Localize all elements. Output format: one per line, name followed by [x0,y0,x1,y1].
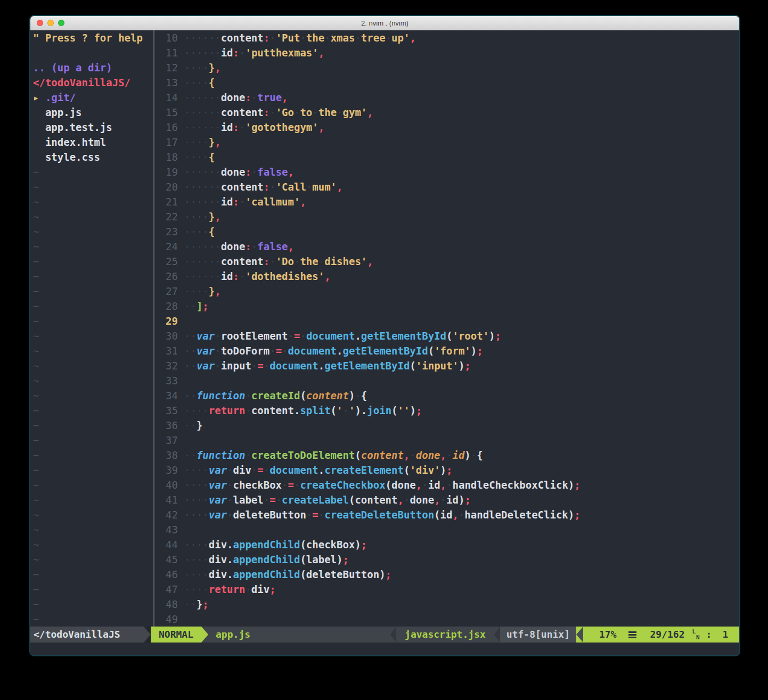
line-number: 11 [160,45,178,60]
empty-buffer-tilde: ~ [33,597,151,612]
line-number: 39 [160,463,178,477]
empty-buffer-tilde: ~ [33,477,151,492]
tree-item-git[interactable]: ▸ .git/ [33,90,151,105]
code-line[interactable]: 38··function·createToDoElement(content,·… [160,448,739,463]
minimize-button-icon[interactable] [47,20,54,26]
tree-item-app-test-js[interactable]: app.test.js [33,120,151,135]
empty-buffer-tilde: ~ [33,403,151,418]
empty-buffer-tilde: ~ [33,507,151,522]
powerline-arrow-icon [494,627,500,643]
code-line[interactable]: 11······id:·'putthexmas', [160,45,739,60]
nerdtree-sidebar[interactable]: " Press ? for help.. (up a dir)</todoVan… [30,30,151,627]
code-line[interactable]: 24······done:·false, [160,239,739,254]
code-line[interactable]: 10······content:·'Put·the·xmas·tree·up', [160,30,739,45]
code-line[interactable]: 13····{ [160,75,739,90]
line-number-icon: LN [692,629,700,640]
line-number: 30 [160,328,178,343]
empty-buffer-tilde: ~ [33,269,151,284]
code-line[interactable]: 25······content:·'Do·the·dishes', [160,254,739,269]
code-line[interactable]: 16······id:·'gotothegym', [160,120,739,135]
code-line[interactable]: 27····}, [160,284,739,299]
terminal-window: 2. nvim . (nvim) " Press ? for help.. (u… [30,16,739,655]
line-number: 25 [160,254,178,269]
empty-buffer-tilde: ~ [33,463,151,477]
cursor-column: 1 [722,627,728,643]
line-number: 48 [160,597,178,612]
code-line[interactable]: 40····var·checkBox·=·createCheckbox(done… [160,477,739,492]
window-title: 2. nvim . (nvim) [361,19,408,27]
line-number: 32 [160,358,178,373]
current-line-number: 29 [160,314,178,328]
code-line[interactable]: 29 [160,314,739,328]
code-line[interactable]: 20······content:·'Call·mum', [160,179,739,194]
empty-buffer-tilde: ~ [33,299,151,314]
tree-up-dir[interactable]: .. (up a dir) [33,60,151,75]
code-line[interactable]: 39····var·div·=·document.createElement('… [160,463,739,477]
code-line[interactable]: 45····div.appendChild(label); [160,552,739,567]
code-line[interactable]: 35····return·content.split('·').join('')… [160,403,739,418]
tree-item-style-css[interactable]: style.css [33,150,151,164]
line-number: 49 [160,612,178,627]
tree-root[interactable]: </todoVanillaJS/ [33,75,151,90]
code-line[interactable]: 30··var·rootElement·=·document.getElemen… [160,328,739,343]
code-line[interactable]: 41····var·label·=·createLabel(content,·d… [160,492,739,507]
code-line[interactable]: 46····div.appendChild(deleteButton); [160,567,739,582]
line-number: 44 [160,537,178,552]
code-line[interactable]: 19······done:·false, [160,164,739,179]
line-number: 21 [160,194,178,209]
code-line[interactable]: 12····}, [160,60,739,75]
line-number: 12 [160,60,178,75]
code-line[interactable]: 37 [160,433,739,448]
empty-buffer-tilde: ~ [33,284,151,299]
empty-buffer-tilde: ~ [33,418,151,433]
code-buffer[interactable]: 10······content:·'Put·the·xmas·tree·up',… [158,30,739,627]
tree-item-index-html[interactable]: index.html [33,135,151,150]
code-line[interactable]: 43 [160,522,739,537]
empty-buffer-tilde: ~ [33,552,151,567]
code-line[interactable]: 48··}; [160,597,739,612]
powerline-arrow-icon [390,627,396,643]
close-button-icon[interactable] [37,20,43,26]
empty-buffer-tilde: ~ [33,179,151,194]
code-line[interactable]: 31··var·toDoForm·=·document.getElementBy… [160,343,739,358]
code-line[interactable]: 17····}, [160,135,739,150]
tree-item-app-js[interactable]: app.js [33,105,151,120]
code-line[interactable]: 15······content:·'Go·to·the·gym', [160,105,739,120]
titlebar[interactable]: 2. nvim . (nvim) [30,16,739,30]
line-number: 10 [160,30,178,45]
empty-buffer-tilde: ~ [33,224,151,239]
code-line[interactable]: 23····{ [160,224,739,239]
line-number: 36 [160,418,178,433]
zoom-button-icon[interactable] [58,20,64,26]
code-line[interactable]: 22····}, [160,209,739,224]
statusline-tree-path: </todoVanillaJS [30,627,144,643]
empty-buffer-tilde: ~ [33,373,151,388]
line-number: 20 [160,179,178,194]
command-line[interactable] [30,643,739,655]
code-line[interactable]: 47····return·div; [160,582,739,597]
code-line[interactable]: 42····var·deleteButton·=·createDeleteBut… [160,507,739,522]
code-line[interactable]: 33 [160,373,739,388]
position-colon: : [706,627,712,643]
code-line[interactable]: 21······id:·'callmum', [160,194,739,209]
line-number: 23 [160,224,178,239]
code-line[interactable]: 49 [160,612,739,627]
code-line[interactable]: 26······id:·'dothedishes', [160,269,739,284]
empty-buffer-tilde: ~ [33,492,151,507]
empty-buffer-tilde: ~ [33,239,151,254]
code-line[interactable]: 18····{ [160,150,739,164]
powerline-arrow-icon [144,627,151,643]
line-number: 43 [160,522,178,537]
empty-buffer-tilde: ~ [33,522,151,537]
tree-blank [33,45,151,60]
code-line[interactable]: 36··} [160,418,739,433]
window-split-separator[interactable] [151,30,158,627]
code-line[interactable]: 44····div.appendChild(checkBox); [160,537,739,552]
code-line[interactable]: 32··var·input·=·document.getElementById(… [160,358,739,373]
code-line[interactable]: 14······done:·true, [160,90,739,105]
traffic-lights [37,20,64,26]
code-line[interactable]: 28··]; [160,299,739,314]
line-number: 19 [160,164,178,179]
line-number: 47 [160,582,178,597]
code-line[interactable]: 34··function·createId(content)·{ [160,388,739,403]
